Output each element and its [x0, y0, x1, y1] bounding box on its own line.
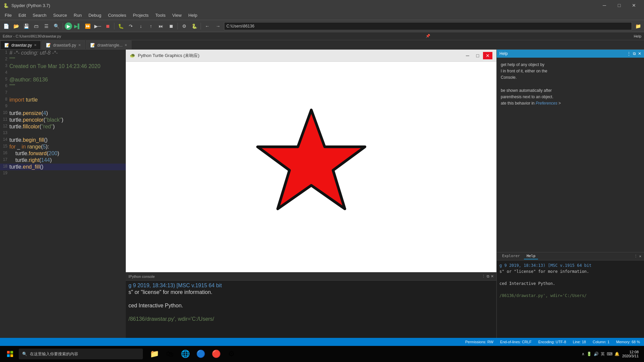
taskbar-up-icon[interactable]: ∧ — [582, 352, 585, 356]
title-bar-left: 🐍 Spyder (Python 3.7) — [3, 3, 50, 8]
forward-button[interactable]: → — [213, 21, 223, 31]
menu-view[interactable]: View — [169, 11, 185, 20]
turtle-icon: 🐢 — [130, 53, 135, 58]
taskbar-search-bar[interactable]: 🔍 在这里输入你要搜索的内容 — [19, 349, 143, 359]
taskbar-store[interactable]: 🛍 — [162, 347, 177, 361]
step-into-button[interactable]: ↓ — [136, 21, 146, 31]
menu-projects[interactable]: Projects — [129, 11, 152, 20]
maximize-button[interactable]: □ — [612, 1, 626, 10]
menu-file[interactable]: File — [1, 11, 15, 20]
turtle-minimize[interactable]: ─ — [463, 52, 472, 59]
code-content-3: Created on Tue Mar 10 14:23:46 2020 — [9, 63, 126, 69]
right-column: Help ⋮ ⧉ ✕ get help of any object by l i… — [496, 50, 644, 346]
line-num-3: 3 — [0, 63, 9, 68]
console-float-icon[interactable]: ⧉ — [487, 274, 489, 279]
code-line-10: 10 turtle.pensize(4) — [0, 110, 126, 117]
browse-button[interactable]: ☰ — [42, 21, 51, 31]
menu-tools[interactable]: Tools — [152, 11, 169, 20]
line-num-4: 4 — [0, 70, 9, 75]
pin-icon[interactable]: 📌 — [426, 34, 430, 38]
tab-close-1[interactable]: ✕ — [34, 43, 37, 47]
console-line-2: s" or "license" for more information. — [128, 289, 494, 295]
code-content-6: """ — [9, 83, 126, 89]
taskbar-network-icon[interactable]: 🔋 — [587, 352, 592, 356]
run-cell-advance-button[interactable]: ⏩ — [83, 21, 92, 31]
taskbar-app-6[interactable]: ⚙ — [224, 347, 239, 361]
menu-debug[interactable]: Debug — [85, 11, 105, 20]
clock-date: 2020/3/11 — [622, 354, 639, 358]
windows-logo-icon — [7, 351, 13, 357]
toolbar-separator-3 — [177, 23, 178, 29]
menu-edit[interactable]: Edit — [15, 11, 29, 20]
line-num-11: 11 — [0, 117, 9, 122]
tab-drawtriangle[interactable]: 📝 drawtriangle... ✕ — [86, 41, 131, 49]
back-button[interactable]: ← — [203, 21, 212, 31]
help-close-icon[interactable]: ✕ — [638, 51, 641, 56]
turtle-window: 🐢 Python Turtle Graphics (未响应) ─ □ ✕ — [126, 50, 496, 272]
save-button[interactable]: 💾 — [21, 21, 31, 31]
code-content-12: turtle.fillcolor("red") — [9, 123, 126, 130]
notification-icon[interactable]: 🔔 — [614, 352, 620, 356]
menu-help[interactable]: Help — [185, 11, 201, 20]
run-button[interactable]: ▶ — [65, 22, 72, 30]
right-pane-close-icon[interactable]: ✕ — [639, 254, 641, 258]
console-close-icon[interactable]: ✕ — [491, 274, 494, 279]
turtle-close[interactable]: ✕ — [483, 52, 492, 59]
step-out-button[interactable]: ↑ — [146, 21, 156, 31]
menu-source[interactable]: Source — [50, 11, 70, 20]
console-line-5 — [128, 309, 494, 315]
right-pane-controls: ⋮ ✕ — [634, 254, 641, 258]
save-all-button[interactable]: 🗃 — [32, 21, 41, 31]
right-bottom-pane: Explorer Help ⋮ ✕ g 9 2019, 18:34:13) [M… — [497, 252, 644, 346]
menu-run[interactable]: Run — [70, 11, 85, 20]
spyder-button[interactable]: 🐍 — [190, 21, 199, 31]
stop-debug-button[interactable]: ⏹ — [166, 21, 176, 31]
help-options-icon[interactable]: ⋮ — [627, 51, 631, 56]
tab-close-3[interactable]: ✕ — [124, 43, 127, 47]
step-button[interactable]: ↷ — [126, 21, 136, 31]
taskbar-app-5[interactable]: 🔴 — [209, 347, 223, 361]
code-line-1: 1 # -*- coding: utf-8 -*- — [0, 50, 126, 56]
tab-help[interactable]: Help — [524, 253, 538, 259]
console-options-icon[interactable]: ⋮ — [482, 274, 485, 279]
run-selection-button[interactable]: ▶─ — [93, 21, 102, 31]
line-num-17: 17 — [0, 157, 9, 162]
help-float-icon[interactable]: ⧉ — [633, 51, 636, 56]
settings-button[interactable]: ⚙ — [179, 21, 189, 31]
open-file-button[interactable]: 📂 — [11, 21, 21, 31]
turtle-maximize[interactable]: □ — [473, 52, 482, 59]
stop-button[interactable]: ⏹ — [103, 21, 112, 31]
start-button[interactable] — [3, 347, 17, 361]
code-editor[interactable]: 1 # -*- coding: utf-8 -*- 2 """ 3 Create… — [0, 50, 126, 346]
status-encoding: Encoding: UTF-8 — [538, 340, 566, 344]
close-button[interactable]: ✕ — [627, 1, 641, 10]
taskbar-right: ∧ 🔋 🔊 英 ⌨ 🔔 12:08 2020/3/11 — [582, 350, 641, 358]
path-input[interactable] — [224, 22, 632, 30]
tab-drawstar6[interactable]: 📝 drawstar6.py ✕ — [42, 41, 85, 49]
menu-search[interactable]: Search — [29, 11, 50, 20]
tab-icon-2: 📝 — [46, 43, 51, 48]
menu-consoles[interactable]: Consoles — [105, 11, 129, 20]
tab-drawstar[interactable]: 📝 drawstar.py ✕ — [0, 41, 41, 49]
console-line-3 — [128, 296, 494, 302]
new-file-button[interactable]: 📄 — [1, 21, 11, 31]
continue-button[interactable]: ⏭ — [156, 21, 166, 31]
title-bar-controls: ─ □ ✕ — [598, 1, 641, 10]
minimize-button[interactable]: ─ — [598, 1, 611, 10]
turtle-window-controls: ─ □ ✕ — [463, 52, 492, 59]
browse-folder-button[interactable]: 📁 — [633, 21, 643, 31]
line-num-7: 7 — [0, 90, 9, 95]
taskbar-edge[interactable]: 🔵 — [193, 347, 208, 361]
path-bar: ← → 📁 — [203, 21, 643, 31]
tab-close-2[interactable]: ✕ — [78, 43, 81, 47]
run-cell-button[interactable]: ▶▌ — [73, 21, 82, 31]
right-pane-options-icon[interactable]: ⋮ — [634, 254, 638, 258]
taskbar-file-explorer[interactable]: 📁 — [147, 347, 162, 361]
tab-explorer[interactable]: Explorer — [499, 253, 523, 259]
help-text-3: Console. — [501, 74, 640, 81]
code-line-6: 6 """ — [0, 83, 126, 90]
find-button[interactable]: 🔍 — [52, 21, 61, 31]
debug-button[interactable]: 🐛 — [116, 21, 125, 31]
taskbar-volume-icon[interactable]: 🔊 — [594, 352, 599, 356]
taskbar-chrome[interactable]: 🌐 — [178, 347, 193, 361]
